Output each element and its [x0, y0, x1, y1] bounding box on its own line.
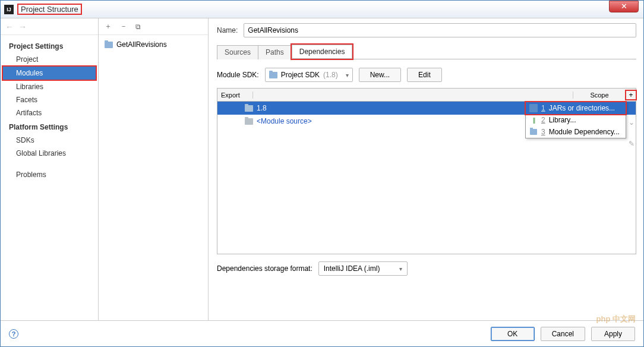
folder-icon	[245, 105, 253, 112]
menu-item-module-dependency[interactable]: 3 Module Dependency...	[526, 126, 626, 138]
ok-button[interactable]: OK	[491, 327, 535, 341]
add-dependency-menu: 1 JARs or directories... ||| 2 Library..…	[525, 102, 626, 138]
module-tree-panel: ＋ － ⧉ GetAllRevisions	[99, 18, 209, 320]
library-icon: |||	[529, 116, 538, 124]
dep-label: 1.8	[257, 104, 267, 112]
tree-item-module[interactable]: GetAllRevisions	[99, 39, 208, 51]
sidebar-item-facets[interactable]: Facets	[1, 93, 98, 106]
sdk-version: (1.8)	[323, 71, 338, 79]
sdk-edit-button[interactable]: Edit	[407, 68, 442, 82]
sidebar-item-problems[interactable]: Problems	[1, 168, 98, 181]
sidebar: ← → Project Settings Project Modules Lib…	[1, 18, 99, 320]
menu-item-jars[interactable]: 1 JARs or directories...	[526, 102, 626, 114]
module-icon	[530, 129, 537, 135]
storage-format-select[interactable]: IntelliJ IDEA (.iml) ▾	[318, 261, 408, 276]
sdk-value: Project SDK	[281, 71, 320, 79]
sidebar-item-artifacts[interactable]: Artifacts	[1, 106, 98, 119]
tree-remove-icon[interactable]: －	[120, 21, 127, 31]
sdk-new-button[interactable]: New...	[359, 68, 401, 82]
section-project-settings: Project Settings	[1, 39, 98, 53]
module-name-input[interactable]	[244, 23, 636, 37]
jars-icon	[529, 104, 538, 112]
sidebar-item-libraries[interactable]: Libraries	[1, 80, 98, 93]
titlebar: IJ Project Structure ✕	[1, 1, 643, 18]
menu-shortcut: 2	[541, 116, 545, 124]
app-icon: IJ	[4, 5, 14, 14]
chevron-down-icon: ▾	[399, 266, 402, 272]
add-dependency-button[interactable]: +	[625, 90, 637, 100]
tree-add-icon[interactable]: ＋	[105, 21, 112, 31]
menu-item-library[interactable]: ||| 2 Library...	[526, 114, 626, 126]
menu-label: Library...	[549, 116, 576, 124]
col-export: Export	[217, 92, 253, 99]
window-title: Project Structure	[21, 5, 78, 14]
tree-item-label: GetAllRevisions	[116, 40, 167, 49]
chevron-down-icon[interactable]: ⌄	[629, 118, 634, 127]
sidebar-item-project[interactable]: Project	[1, 53, 98, 66]
nav-back-icon[interactable]: ←	[5, 22, 14, 31]
tab-paths[interactable]: Paths	[258, 45, 292, 59]
sdk-select[interactable]: Project SDK (1.8) ▾	[265, 68, 353, 82]
main-panel: Name: Sources Paths Dependencies Module …	[209, 18, 643, 320]
col-scope: Scope	[573, 92, 626, 99]
close-button[interactable]: ✕	[609, 1, 639, 12]
tabs: Sources Paths Dependencies	[217, 45, 636, 59]
dep-label: <Module source>	[257, 117, 312, 125]
tab-sources[interactable]: Sources	[217, 45, 258, 59]
help-button[interactable]: ?	[9, 329, 18, 339]
sidebar-item-modules[interactable]: Modules	[3, 67, 96, 80]
sidebar-item-global-libraries[interactable]: Global Libraries	[1, 147, 98, 160]
footer: ? OK Cancel Apply	[1, 320, 643, 346]
menu-label: Module Dependency...	[549, 128, 620, 136]
storage-value: IntelliJ IDEA (.iml)	[324, 264, 380, 273]
cancel-button[interactable]: Cancel	[541, 327, 585, 341]
sidebar-nav: ← →	[1, 18, 98, 35]
nav-forward-icon[interactable]: →	[18, 22, 27, 31]
sdk-label: Module SDK:	[217, 71, 259, 79]
section-platform-settings: Platform Settings	[1, 119, 98, 134]
folder-icon	[245, 118, 253, 125]
storage-label: Dependencies storage format:	[217, 264, 312, 273]
sidebar-item-sdks[interactable]: SDKs	[1, 134, 98, 147]
name-label: Name:	[217, 26, 238, 34]
apply-button[interactable]: Apply	[591, 327, 635, 341]
folder-icon	[269, 72, 277, 78]
menu-label: JARs or directories...	[549, 104, 615, 112]
tree-copy-icon[interactable]: ⧉	[135, 23, 141, 31]
menu-shortcut: 1	[541, 104, 545, 112]
menu-shortcut: 3	[541, 128, 545, 136]
dependencies-table: Export Scope + 1.8 <Module source>	[217, 88, 636, 254]
chevron-down-icon: ▾	[346, 72, 349, 78]
tab-dependencies[interactable]: Dependencies	[292, 45, 353, 59]
folder-icon	[105, 42, 113, 48]
edit-pen-icon[interactable]: ✎	[629, 140, 634, 148]
